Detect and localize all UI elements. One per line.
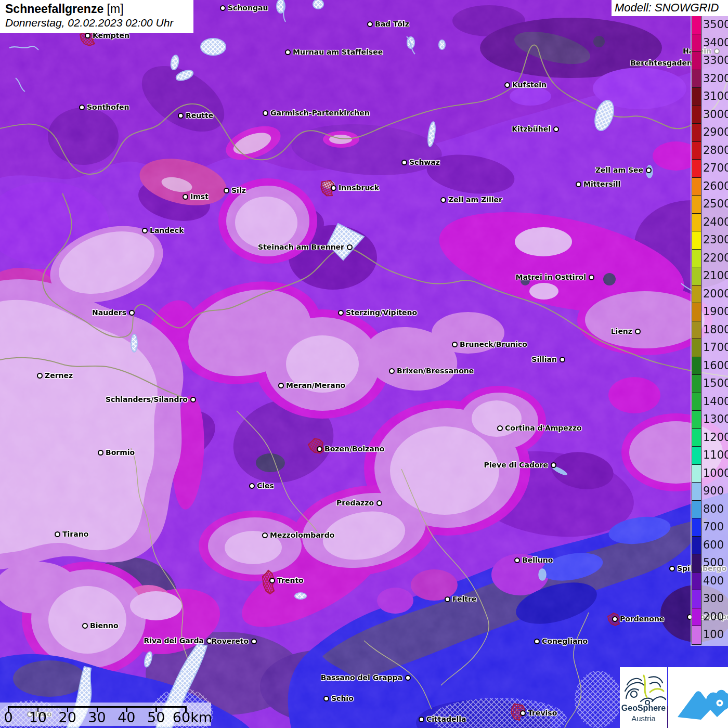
legend-segment [692, 124, 701, 142]
legend-tick-label: 2200 [703, 252, 728, 264]
geosphere-austria-logo: GeoSphere Austria [620, 667, 667, 728]
map-title-text: Schneefallgrenze [5, 2, 103, 16]
legend-segment [692, 554, 701, 573]
scale-bar: 0102030405060km [0, 703, 211, 726]
legend-segment [692, 160, 701, 178]
legend-tick-label: 600 [703, 539, 724, 551]
scale-label: 60km [169, 709, 216, 725]
legend-segment [692, 250, 701, 268]
legend-tick-label: 3200 [703, 72, 728, 85]
legend-tick-label: 3400 [703, 36, 728, 49]
legend-tick-label: 500 [703, 556, 724, 569]
legend-segment [692, 501, 701, 519]
legend-tick-label: 1000 [703, 467, 728, 479]
legend-tick-label: 800 [703, 503, 724, 515]
partner-logo [668, 667, 728, 728]
legend-tick-label: 1900 [703, 305, 728, 318]
legend-segment [692, 375, 701, 393]
legend-segment [692, 626, 701, 644]
geosphere-logo-line2: Austria [620, 714, 667, 723]
legend-segment [692, 106, 701, 124]
legend-tick-label: 2900 [703, 126, 728, 138]
legend-tick-label: 1200 [703, 431, 728, 444]
snowline-map [0, 0, 728, 728]
legend-segment [692, 483, 701, 501]
legend-tick-label: 1300 [703, 413, 728, 425]
legend-segment [692, 214, 701, 232]
legend-tick-label: 1600 [703, 359, 728, 372]
legend-tick-label: 2800 [703, 144, 728, 157]
legend-tick-label: 1400 [703, 395, 728, 408]
mountain-cloud-icon [668, 667, 728, 728]
model-box: Modell: SNOWGRID [612, 0, 728, 16]
legend-segment [692, 321, 701, 340]
legend-tick-label: 3000 [703, 108, 728, 121]
legend-segment [692, 411, 701, 429]
geosphere-logo-line1: GeoSphere [620, 704, 667, 713]
legend-segment [692, 518, 701, 537]
legend-tick-label: 3500 [703, 18, 728, 31]
legend-tick-label: 2600 [703, 180, 728, 192]
map-title: Schneefallgrenze [m] [5, 2, 188, 16]
legend-segment [692, 88, 701, 106]
legend-segment [692, 52, 701, 70]
legend-color-bar [692, 16, 701, 645]
legend-segment [692, 357, 701, 375]
legend-segment [692, 70, 701, 88]
legend-tick-label: 2000 [703, 288, 728, 300]
legend-tick-label: 2400 [703, 216, 728, 228]
legend-tick-label: 3100 [703, 90, 728, 102]
legend-tick-label: 400 [703, 575, 724, 587]
legend-segment [692, 231, 701, 250]
legend-segment [692, 34, 701, 53]
map-datetime: Donnerstag, 02.02.2023 02:00 Uhr [5, 17, 188, 29]
legend-tick-label: 100 [703, 628, 724, 641]
legend-segment [692, 303, 701, 321]
legend-segment [692, 142, 701, 160]
legend-tick-label: 200 [703, 610, 724, 623]
legend-segment [692, 447, 701, 465]
legend-tick-label: 700 [703, 521, 724, 533]
legend-tick-label: 300 [703, 592, 724, 605]
legend-tick-label: 2500 [703, 198, 728, 210]
legend-segment [692, 465, 701, 483]
legend-segment [692, 590, 701, 608]
legend-segment [692, 196, 701, 214]
legend-segment [692, 608, 701, 627]
legend-segment [692, 573, 701, 591]
legend-segment [692, 267, 701, 285]
legend-segment [692, 339, 701, 357]
geosphere-logo-text: GeoSphere Austria [620, 704, 667, 723]
relief-texture [0, 0, 728, 728]
legend-segment [692, 393, 701, 411]
legend-tick-label: 2300 [703, 233, 728, 246]
legend-tick-label: 900 [703, 485, 724, 497]
legend-segment [692, 285, 701, 304]
legend-tick-label: 3300 [703, 54, 728, 67]
legend-tick-label: 1800 [703, 323, 728, 336]
weather-map-screenshot: SchongauBad TölzKemptenMurnau am Staffel… [0, 0, 728, 728]
legend-tick-label: 2100 [703, 269, 728, 282]
legend-segment [692, 178, 701, 196]
legend-tick-label: 1700 [703, 341, 728, 354]
legend-tick-label: 1500 [703, 377, 728, 389]
legend-segment [692, 537, 701, 555]
map-title-unit: [m] [107, 2, 124, 16]
legend-tick-label: 1100 [703, 449, 728, 461]
title-box: Schneefallgrenze [m] Donnerstag, 02.02.2… [0, 0, 193, 33]
legend-tick-label: 2700 [703, 162, 728, 174]
legend-segment [692, 429, 701, 447]
legend-segment [692, 16, 701, 34]
geosphere-contours-icon [620, 667, 667, 705]
